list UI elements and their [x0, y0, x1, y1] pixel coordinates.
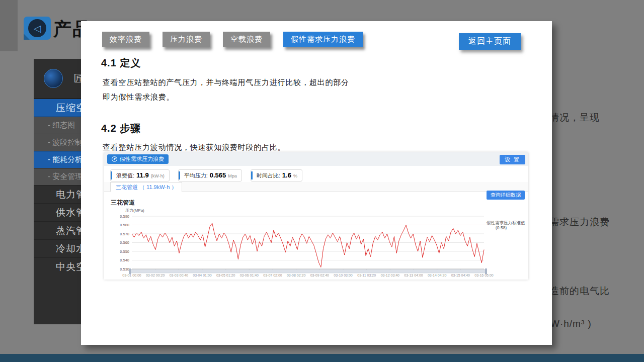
svg-text:03-11 03:20: 03-11 03:20	[357, 274, 376, 277]
svg-text:03-14 04:20: 03-14 04:20	[428, 274, 446, 277]
definition-text: 查看空压站整站的产气压力，并与终端用气压力进行比较，超出的部分 即为假性需求浪费…	[103, 75, 349, 104]
svg-text:03-01 00:00: 03-01 00:00	[122, 274, 141, 277]
bottom-bar	[0, 354, 644, 362]
svg-text:0.560: 0.560	[120, 240, 129, 245]
svg-text:0.530: 0.530	[120, 267, 129, 272]
gauge-icon	[112, 156, 117, 162]
section-heading-steps: 4.2 步骤	[101, 122, 141, 135]
bg-text-fragment: 情况，呈现	[549, 111, 600, 124]
bg-text-fragment: 造前的电气比	[549, 285, 610, 298]
bg-text-fragment: 需求压力浪费	[549, 216, 610, 229]
svg-text:0.580: 0.580	[120, 223, 129, 227]
definition-line: 即为假性需求浪费。	[103, 89, 349, 104]
waste-tab[interactable]: 效率浪费	[102, 32, 149, 47]
svg-text:03-08 02:20: 03-08 02:20	[287, 274, 305, 277]
svg-text:03-06 01:40: 03-06 01:40	[240, 274, 259, 277]
svg-text:03-04 01:00: 03-04 01:00	[193, 274, 211, 277]
pressure-chart: 压力(MPa)0.5900.5800.5700.5600.5500.5400.5…	[104, 206, 528, 280]
svg-text:03-16 05:00: 03-16 05:00	[474, 274, 493, 277]
waste-tabs: 效率浪费压力浪费空载浪费假性需求压力浪费	[102, 32, 363, 47]
page-left-edge	[0, 0, 18, 51]
dashboard-header: 假性需求压力浪费 设 置	[104, 152, 528, 166]
svg-text:0.540: 0.540	[120, 258, 129, 262]
section-heading-definition: 4.1 定义	[101, 56, 141, 70]
svg-text:03-15 04:40: 03-15 04:40	[451, 274, 470, 277]
query-detail-button[interactable]: 查询详细数据	[487, 191, 525, 200]
waste-tab[interactable]: 假性需求压力浪费	[283, 32, 363, 47]
svg-text:03-13 04:00: 03-13 04:00	[404, 274, 423, 277]
stats-row: 浪费值:11.9(kW·h)平均压力:0.565Mpa时间占比:1.6%	[110, 169, 302, 182]
svg-text:03-03 00:40: 03-03 00:40	[170, 274, 188, 277]
svg-text:03-02 00:20: 03-02 00:20	[146, 274, 165, 277]
svg-text:(0.58): (0.58)	[496, 225, 507, 230]
svg-text:03-10 03:00: 03-10 03:00	[334, 274, 352, 277]
content-modal: 效率浪费压力浪费空载浪费假性需求压力浪费 返回主页面 4.1 定义 查看空压站整…	[81, 21, 552, 345]
svg-text:03-05 01:20: 03-05 01:20	[216, 274, 235, 277]
return-home-button[interactable]: 返回主页面	[459, 33, 521, 50]
svg-text:压力(MPa): 压力(MPa)	[125, 208, 144, 213]
pipe-tab-row: 三花管道 （ 11.9kW·h ）	[104, 182, 528, 192]
back-arrow-icon: ◁	[28, 19, 46, 37]
dashboard-title-badge[interactable]: 假性需求压力浪费	[107, 154, 169, 164]
stat-box: 浪费值:11.9(kW·h)	[110, 169, 170, 182]
svg-text:假性需求压力标准值: 假性需求压力标准值	[487, 220, 525, 225]
app-logo-icon	[44, 69, 63, 88]
definition-line: 查看空压站整站的产气压力，并与终端用气压力进行比较，超出的部分	[103, 75, 349, 89]
svg-text:03-12 03:40: 03-12 03:40	[381, 274, 399, 277]
settings-button[interactable]: 设 置	[500, 155, 525, 164]
svg-text:03-09 02:40: 03-09 02:40	[310, 274, 329, 277]
svg-text:0.590: 0.590	[120, 214, 129, 219]
waste-tab[interactable]: 空载浪费	[223, 32, 270, 47]
svg-text:03-07 02:00: 03-07 02:00	[263, 274, 282, 277]
waste-tab[interactable]: 压力浪费	[163, 32, 210, 47]
svg-text:0.570: 0.570	[120, 232, 129, 236]
svg-text:0.550: 0.550	[120, 249, 129, 254]
stat-box: 时间占比:1.6%	[251, 169, 302, 182]
bg-text-fragment: W·h/m³ )	[550, 318, 592, 329]
dashboard-screenshot: 假性需求压力浪费 设 置 浪费值:11.9(kW·h)平均压力:0.565Mpa…	[104, 152, 528, 280]
dashboard-title: 假性需求压力浪费	[120, 155, 164, 163]
stat-box: 平均压力:0.565Mpa	[178, 169, 242, 182]
back-icon[interactable]: ◁	[24, 17, 51, 40]
pipe-tab[interactable]: 三花管道 （ 11.9kW·h ）	[110, 182, 182, 192]
datazoom-slider[interactable]	[130, 269, 486, 273]
